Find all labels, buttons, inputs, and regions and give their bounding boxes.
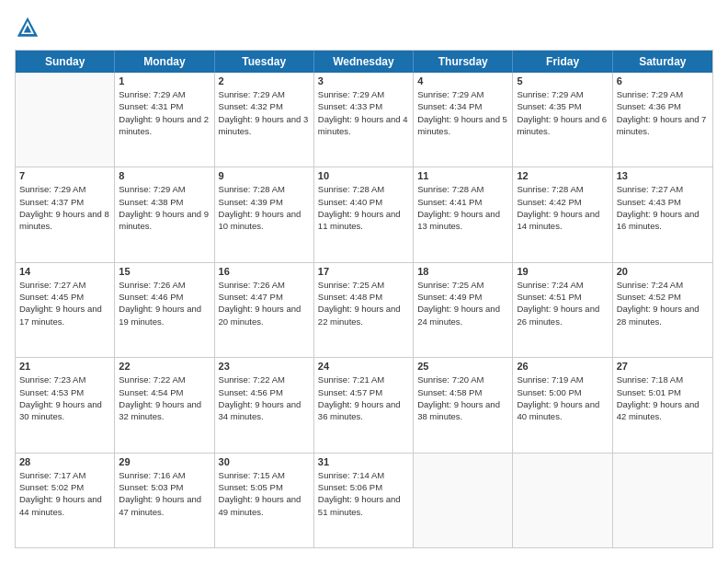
sunrise: Sunrise: 7:29 AM — [119, 183, 210, 195]
cell-info: Sunrise: 7:21 AMSunset: 4:57 PMDaylight:… — [318, 373, 409, 422]
sunrise: Sunrise: 7:17 AM — [19, 469, 110, 481]
cell-info: Sunrise: 7:29 AMSunset: 4:38 PMDaylight:… — [119, 183, 210, 232]
sunrise: Sunrise: 7:28 AM — [417, 183, 508, 195]
sunset: Sunset: 5:00 PM — [517, 386, 608, 398]
daylight: Daylight: 9 hours and 38 minutes. — [417, 398, 508, 423]
day-number: 24 — [318, 361, 409, 372]
cell-info: Sunrise: 7:28 AMSunset: 4:39 PMDaylight:… — [219, 183, 310, 232]
day-number: 11 — [417, 170, 508, 181]
day-number: 6 — [617, 75, 709, 86]
sunrise: Sunrise: 7:28 AM — [517, 183, 608, 195]
header-day-monday: Monday — [115, 51, 214, 73]
header-day-tuesday: Tuesday — [215, 51, 314, 73]
sunrise: Sunrise: 7:29 AM — [318, 88, 409, 100]
cell-info: Sunrise: 7:29 AMSunset: 4:31 PMDaylight:… — [119, 88, 210, 137]
calendar-cell — [613, 454, 712, 547]
sunrise: Sunrise: 7:19 AM — [517, 373, 608, 385]
cell-info: Sunrise: 7:23 AMSunset: 4:53 PMDaylight:… — [19, 373, 110, 422]
header — [15, 15, 713, 40]
calendar-cell: 24Sunrise: 7:21 AMSunset: 4:57 PMDayligh… — [314, 358, 414, 452]
sunset: Sunset: 4:35 PM — [517, 100, 608, 112]
calendar-row-1: 7Sunrise: 7:29 AMSunset: 4:37 PMDaylight… — [16, 167, 712, 262]
calendar-cell: 29Sunrise: 7:16 AMSunset: 5:03 PMDayligh… — [115, 454, 214, 547]
calendar-cell: 19Sunrise: 7:24 AMSunset: 4:51 PMDayligh… — [513, 263, 612, 357]
sunrise: Sunrise: 7:29 AM — [219, 88, 310, 100]
daylight: Daylight: 9 hours and 16 minutes. — [617, 208, 709, 233]
day-number: 20 — [617, 266, 709, 277]
calendar: SundayMondayTuesdayWednesdayThursdayFrid… — [15, 50, 713, 548]
daylight: Daylight: 9 hours and 10 minutes. — [219, 208, 310, 233]
sunrise: Sunrise: 7:21 AM — [318, 373, 409, 385]
daylight: Daylight: 9 hours and 4 minutes. — [318, 113, 409, 138]
sunrise: Sunrise: 7:27 AM — [19, 279, 110, 291]
sunset: Sunset: 4:48 PM — [318, 291, 409, 303]
sunrise: Sunrise: 7:24 AM — [617, 279, 709, 291]
calendar-cell: 12Sunrise: 7:28 AMSunset: 4:42 PMDayligh… — [513, 167, 612, 261]
cell-info: Sunrise: 7:26 AMSunset: 4:47 PMDaylight:… — [219, 279, 310, 327]
sunrise: Sunrise: 7:25 AM — [318, 279, 409, 291]
day-number: 22 — [119, 361, 210, 372]
sunset: Sunset: 4:46 PM — [119, 291, 210, 303]
calendar-cell — [513, 454, 612, 547]
daylight: Daylight: 9 hours and 36 minutes. — [318, 398, 409, 423]
sunrise: Sunrise: 7:20 AM — [417, 373, 508, 385]
calendar-row-4: 28Sunrise: 7:17 AMSunset: 5:02 PMDayligh… — [16, 454, 712, 547]
daylight: Daylight: 9 hours and 14 minutes. — [517, 208, 608, 233]
sunset: Sunset: 4:38 PM — [119, 196, 210, 208]
daylight: Daylight: 9 hours and 32 minutes. — [119, 398, 210, 423]
cell-info: Sunrise: 7:29 AMSunset: 4:34 PMDaylight:… — [417, 88, 508, 137]
day-number: 5 — [517, 75, 608, 86]
calendar-cell: 23Sunrise: 7:22 AMSunset: 4:56 PMDayligh… — [215, 358, 314, 452]
calendar-cell: 25Sunrise: 7:20 AMSunset: 4:58 PMDayligh… — [414, 358, 513, 452]
sunset: Sunset: 4:43 PM — [617, 196, 709, 208]
calendar-cell — [414, 454, 513, 547]
sunrise: Sunrise: 7:29 AM — [517, 88, 608, 100]
calendar-cell: 20Sunrise: 7:24 AMSunset: 4:52 PMDayligh… — [613, 263, 712, 357]
day-number: 10 — [318, 170, 409, 181]
daylight: Daylight: 9 hours and 28 minutes. — [617, 303, 709, 327]
logo — [15, 15, 44, 40]
calendar-cell: 2Sunrise: 7:29 AMSunset: 4:32 PMDaylight… — [215, 73, 314, 167]
cell-info: Sunrise: 7:24 AMSunset: 4:51 PMDaylight:… — [517, 279, 608, 327]
sunset: Sunset: 4:31 PM — [119, 100, 210, 112]
sunset: Sunset: 4:56 PM — [219, 386, 310, 398]
header-day-sunday: Sunday — [16, 51, 115, 73]
calendar-cell: 15Sunrise: 7:26 AMSunset: 4:46 PMDayligh… — [115, 263, 214, 357]
day-number: 28 — [19, 456, 110, 467]
daylight: Daylight: 9 hours and 51 minutes. — [318, 493, 409, 518]
day-number: 18 — [417, 266, 508, 277]
cell-info: Sunrise: 7:25 AMSunset: 4:48 PMDaylight:… — [318, 279, 409, 327]
sunset: Sunset: 5:03 PM — [119, 481, 210, 493]
cell-info: Sunrise: 7:18 AMSunset: 5:01 PMDaylight:… — [617, 373, 709, 422]
calendar-cell: 13Sunrise: 7:27 AMSunset: 4:43 PMDayligh… — [613, 167, 712, 261]
cell-info: Sunrise: 7:17 AMSunset: 5:02 PMDaylight:… — [19, 469, 110, 518]
cell-info: Sunrise: 7:29 AMSunset: 4:35 PMDaylight:… — [517, 88, 608, 137]
header-day-thursday: Thursday — [414, 51, 513, 73]
calendar-row-3: 21Sunrise: 7:23 AMSunset: 4:53 PMDayligh… — [16, 358, 712, 453]
daylight: Daylight: 9 hours and 7 minutes. — [617, 113, 709, 138]
sunrise: Sunrise: 7:15 AM — [219, 469, 310, 481]
sunrise: Sunrise: 7:26 AM — [119, 279, 210, 291]
header-day-saturday: Saturday — [613, 51, 712, 73]
daylight: Daylight: 9 hours and 26 minutes. — [517, 303, 608, 327]
daylight: Daylight: 9 hours and 2 minutes. — [119, 113, 210, 138]
sunrise: Sunrise: 7:28 AM — [318, 183, 409, 195]
sunset: Sunset: 5:06 PM — [318, 481, 409, 493]
daylight: Daylight: 9 hours and 49 minutes. — [219, 493, 310, 518]
calendar-cell: 7Sunrise: 7:29 AMSunset: 4:37 PMDaylight… — [16, 167, 115, 261]
daylight: Daylight: 9 hours and 13 minutes. — [417, 208, 508, 233]
daylight: Daylight: 9 hours and 42 minutes. — [617, 398, 709, 423]
calendar-cell: 22Sunrise: 7:22 AMSunset: 4:54 PMDayligh… — [115, 358, 214, 452]
sunrise: Sunrise: 7:29 AM — [19, 183, 110, 195]
day-number: 21 — [19, 361, 110, 372]
calendar-cell: 21Sunrise: 7:23 AMSunset: 4:53 PMDayligh… — [16, 358, 115, 452]
calendar-cell: 11Sunrise: 7:28 AMSunset: 4:41 PMDayligh… — [414, 167, 513, 261]
calendar-row-0: 1Sunrise: 7:29 AMSunset: 4:31 PMDaylight… — [16, 73, 712, 167]
cell-info: Sunrise: 7:25 AMSunset: 4:49 PMDaylight:… — [417, 279, 508, 327]
sunset: Sunset: 4:53 PM — [19, 386, 110, 398]
daylight: Daylight: 9 hours and 22 minutes. — [318, 303, 409, 327]
cell-info: Sunrise: 7:24 AMSunset: 4:52 PMDaylight:… — [617, 279, 709, 327]
calendar-cell: 28Sunrise: 7:17 AMSunset: 5:02 PMDayligh… — [16, 454, 115, 547]
daylight: Daylight: 9 hours and 19 minutes. — [119, 303, 210, 327]
day-number: 2 — [219, 75, 310, 86]
